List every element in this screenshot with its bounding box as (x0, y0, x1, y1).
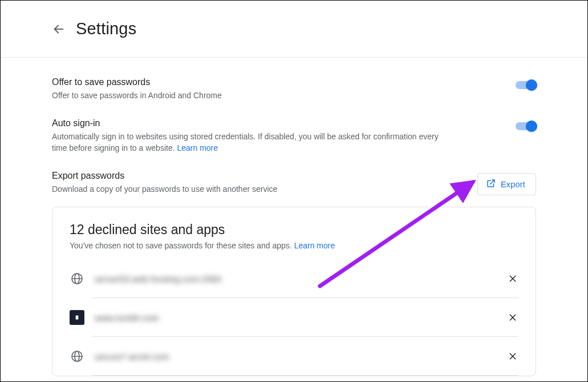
declined-site-name: secure7.arvixl.com (95, 352, 507, 361)
auto-signin-learn-more-link[interactable]: Learn more (177, 143, 218, 152)
remove-site-button[interactable] (507, 351, 518, 362)
declined-site-row: server53.web-hosting.com:2083 (52, 259, 536, 298)
declined-desc-text: You've chosen not to save passwords for … (70, 241, 294, 250)
offer-save-desc: Offer to save passwords in Android and C… (52, 90, 222, 101)
auto-signin-desc: Automatically sign in to websites using … (52, 131, 445, 154)
declined-site-row: secure7.arvixl.com (52, 337, 536, 376)
back-arrow-icon[interactable] (52, 22, 66, 36)
offer-save-toggle[interactable] (516, 79, 536, 91)
auto-sign-in-row: Auto sign-in Automatically sign in to we… (52, 117, 536, 154)
remove-site-button[interactable] (507, 273, 518, 284)
declined-sites-card: 12 declined sites and apps You've chosen… (52, 207, 536, 376)
declined-site-name: www.tumblr.com (95, 313, 507, 323)
export-label: Export passwords (52, 170, 277, 182)
offer-save-label: Offer to save passwords (52, 76, 222, 89)
site-favicon (70, 310, 84, 325)
declined-title: 12 declined sites and apps (70, 222, 518, 238)
declined-learn-more-link[interactable]: Learn more (294, 241, 335, 250)
globe-icon (70, 349, 84, 364)
offer-save-passwords-row: Offer to save passwords Offer to save pa… (52, 76, 536, 101)
export-button[interactable]: Export (477, 173, 536, 195)
auto-signin-toggle[interactable] (516, 120, 536, 132)
remove-site-button[interactable] (507, 312, 518, 323)
globe-icon (70, 271, 84, 286)
declined-site-row: www.tumblr.com (52, 298, 536, 337)
page-title: Settings (76, 19, 136, 38)
export-passwords-row: Export passwords Download a copy of your… (52, 170, 536, 195)
export-desc: Download a copy of your passwords to use… (52, 183, 277, 195)
export-button-label: Export (501, 180, 525, 189)
svg-rect-7 (76, 316, 79, 320)
declined-site-name: server53.web-hosting.com:2083 (95, 274, 507, 284)
auto-signin-label: Auto sign-in (52, 117, 445, 130)
export-icon (486, 178, 496, 190)
declined-desc: You've chosen not to save passwords for … (70, 241, 518, 250)
auto-signin-desc-text: Automatically sign in to websites using … (52, 132, 439, 152)
